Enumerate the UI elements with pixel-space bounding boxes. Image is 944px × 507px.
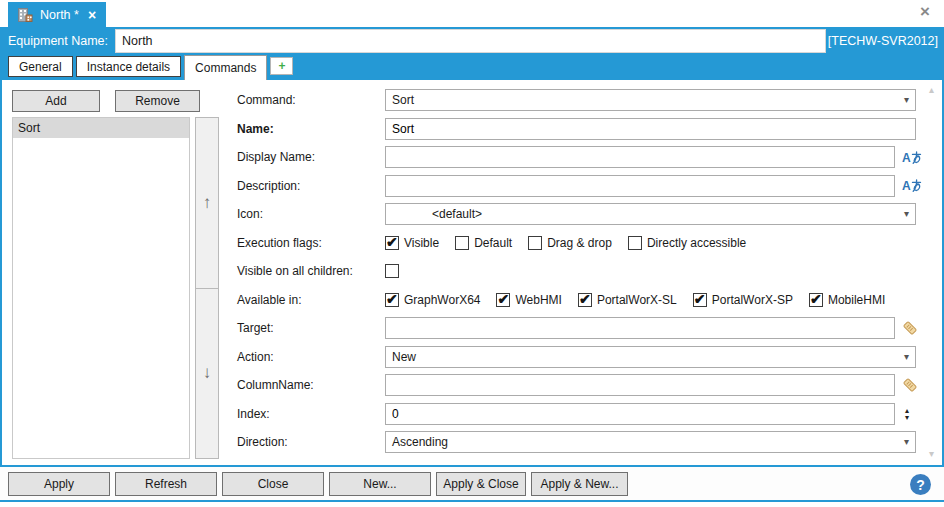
display-name-row: Display Name: A	[237, 146, 927, 168]
list-item-sort[interactable]: Sort	[13, 118, 189, 138]
apply-button[interactable]: Apply	[8, 472, 110, 496]
help-icon[interactable]: ?	[910, 474, 931, 495]
column-name-input[interactable]	[385, 374, 895, 396]
command-label: Command:	[237, 93, 385, 107]
localize-icon[interactable]: A	[902, 151, 922, 164]
checkbox-visible[interactable]: Visible	[385, 236, 439, 250]
target-input[interactable]	[385, 317, 895, 339]
command-form: Command: Sort ▾ Name: Display Name: A	[237, 89, 927, 453]
description-input[interactable]	[385, 175, 895, 197]
checkbox-portalworx-sp[interactable]: PortalWorX-SP	[693, 293, 793, 307]
tag-browse-icon[interactable]	[902, 320, 918, 336]
arrow-down-icon: ↓	[203, 363, 212, 383]
index-label: Index:	[237, 407, 385, 421]
tab-instance-details[interactable]: Instance details	[76, 56, 181, 77]
index-row: Index: ▴ ▾	[237, 403, 927, 425]
direction-value: Ascending	[392, 435, 448, 449]
icon-value: <default>	[392, 207, 482, 221]
checkbox-icon	[628, 236, 642, 250]
name-row: Name:	[237, 118, 927, 140]
target-row: Target:	[237, 317, 927, 339]
move-down-button[interactable]: ↓	[195, 289, 219, 460]
close-button[interactable]: Close	[222, 472, 324, 496]
command-row: Command: Sort ▾	[237, 89, 927, 111]
icon-label: Icon:	[237, 207, 385, 221]
localize-icon[interactable]: A	[902, 179, 922, 192]
localize-letter: A	[902, 180, 911, 192]
checkbox-icon	[385, 264, 399, 278]
apply-and-new-button[interactable]: Apply & New...	[531, 472, 628, 496]
checkbox-graphworx64[interactable]: GraphWorX64	[385, 293, 480, 307]
hiragana-a-icon	[911, 179, 922, 192]
checkbox-icon	[496, 293, 510, 307]
icon-dropdown[interactable]: <default> ▾	[385, 203, 916, 225]
spin-down-icon[interactable]: ▾	[901, 414, 913, 421]
tab-add[interactable]: +	[270, 57, 293, 75]
chevron-down-icon: ▾	[904, 209, 909, 219]
reorder-column: ↑ ↓	[195, 117, 219, 459]
checkbox-icon	[385, 236, 399, 250]
scroll-down-hint-icon: ▾	[929, 448, 934, 459]
chevron-down-icon: ▾	[904, 95, 909, 105]
name-input[interactable]	[385, 118, 916, 140]
visible-on-all-children-label: Visible on all children:	[237, 264, 385, 278]
tag-browse-icon[interactable]	[902, 377, 918, 393]
display-name-input[interactable]	[385, 146, 895, 168]
checkbox-drag-drop[interactable]: Drag & drop	[528, 236, 612, 250]
available-in-row: Available in: GraphWorX64 WebHMI PortalW…	[237, 289, 927, 311]
remove-command-button[interactable]: Remove	[115, 90, 200, 112]
hiragana-a-icon	[911, 151, 922, 164]
icon-row: Icon: <default> ▾	[237, 203, 927, 225]
title-bar: North * × ×	[0, 0, 944, 27]
arrow-up-icon: ↑	[203, 193, 212, 213]
direction-dropdown[interactable]: Ascending ▾	[385, 431, 916, 453]
server-name-badge: [TECHW-SVR2012]	[828, 34, 938, 48]
description-input-text[interactable]	[392, 176, 888, 196]
checkbox-visible-on-all-children[interactable]	[385, 264, 399, 278]
tab-general[interactable]: General	[8, 56, 73, 77]
equipment-building-icon	[18, 8, 33, 22]
index-input[interactable]	[385, 403, 895, 425]
equipment-header-bar: Equipment Name: [TECHW-SVR2012]	[0, 27, 944, 55]
command-value: Sort	[392, 93, 414, 107]
action-value: New	[392, 350, 416, 364]
command-dropdown[interactable]: Sort ▾	[385, 89, 916, 111]
new-button[interactable]: New...	[329, 472, 431, 496]
index-stepper: ▴ ▾	[901, 407, 913, 421]
direction-label: Direction:	[237, 435, 385, 449]
available-in-label: Available in:	[237, 293, 385, 307]
direction-row: Direction: Ascending ▾	[237, 431, 927, 453]
document-tab-close-icon[interactable]: ×	[88, 8, 96, 22]
checkbox-webhmi[interactable]: WebHMI	[496, 293, 561, 307]
action-dropdown[interactable]: New ▾	[385, 346, 916, 368]
footer-bar: Apply Refresh Close New... Apply & Close…	[0, 465, 944, 502]
apply-and-close-button[interactable]: Apply & Close	[436, 472, 526, 496]
action-label: Action:	[237, 350, 385, 364]
checkbox-icon	[385, 293, 399, 307]
localize-letter: A	[902, 152, 911, 164]
description-label: Description:	[237, 179, 385, 193]
equipment-name-input[interactable]	[115, 29, 826, 53]
checkbox-default[interactable]: Default	[455, 236, 512, 250]
target-input-text[interactable]	[392, 318, 888, 338]
execution-flags-label: Execution flags:	[237, 236, 385, 250]
refresh-button[interactable]: Refresh	[115, 472, 217, 496]
index-input-text[interactable]	[392, 404, 888, 424]
checkbox-mobilehmi[interactable]: MobileHMI	[809, 293, 885, 307]
tab-commands[interactable]: Commands	[184, 55, 267, 80]
chevron-down-icon: ▾	[904, 437, 909, 447]
display-name-label: Display Name:	[237, 150, 385, 164]
chevron-down-icon: ▾	[904, 352, 909, 362]
checkbox-icon	[809, 293, 823, 307]
document-tab[interactable]: North * ×	[8, 2, 106, 27]
move-up-button[interactable]: ↑	[195, 117, 219, 289]
column-name-row: ColumnName:	[237, 374, 927, 396]
checkbox-directly-accessible[interactable]: Directly accessible	[628, 236, 746, 250]
name-input-text[interactable]	[392, 119, 909, 139]
add-command-button[interactable]: Add	[12, 90, 100, 112]
window-close-icon[interactable]: ×	[920, 3, 930, 20]
column-name-input-text[interactable]	[392, 375, 888, 395]
checkbox-icon	[455, 236, 469, 250]
display-name-input-text[interactable]	[392, 147, 888, 167]
checkbox-portalworx-sl[interactable]: PortalWorX-SL	[578, 293, 677, 307]
